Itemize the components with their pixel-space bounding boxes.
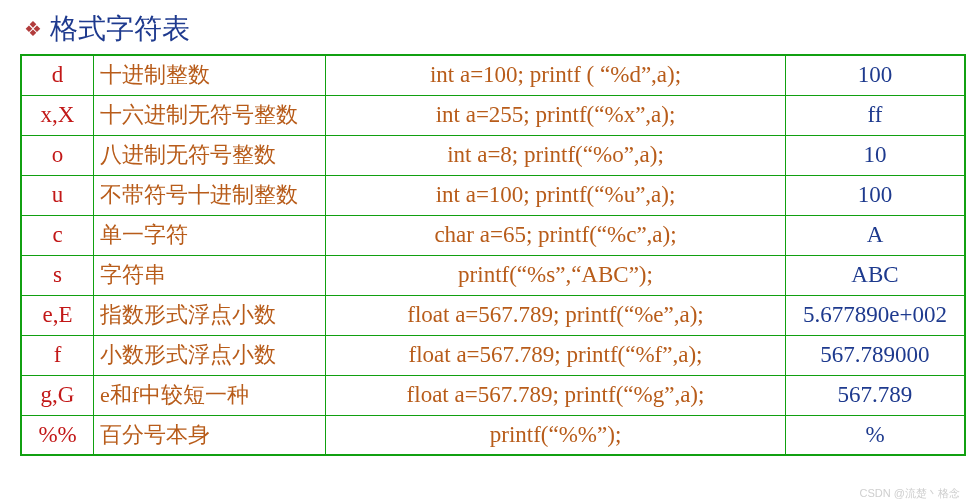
title-row: ❖ 格式字符表 <box>24 10 964 48</box>
format-spec: %% <box>21 415 94 455</box>
example-output: 567.789 <box>785 375 965 415</box>
example-code: int a=255; printf(“%x”,a); <box>326 95 786 135</box>
format-description: 十进制整数 <box>94 55 326 95</box>
table-row: o八进制无符号整数int a=8; printf(“%o”,a);10 <box>21 135 965 175</box>
format-description: 不带符号十进制整数 <box>94 175 326 215</box>
format-spec: g,G <box>21 375 94 415</box>
format-description: 小数形式浮点小数 <box>94 335 326 375</box>
format-description: 十六进制无符号整数 <box>94 95 326 135</box>
example-output: 100 <box>785 175 965 215</box>
format-description: 八进制无符号整数 <box>94 135 326 175</box>
example-code: float a=567.789; printf(“%e”,a); <box>326 295 786 335</box>
table-row: s字符串printf(“%s”,“ABC”);ABC <box>21 255 965 295</box>
format-spec: f <box>21 335 94 375</box>
bullet-icon: ❖ <box>24 17 42 41</box>
format-spec: x,X <box>21 95 94 135</box>
example-code: int a=100; printf(“%u”,a); <box>326 175 786 215</box>
example-code: printf(“%s”,“ABC”); <box>326 255 786 295</box>
example-code: int a=100; printf ( “%d”,a); <box>326 55 786 95</box>
format-description: e和f中较短一种 <box>94 375 326 415</box>
format-spec: o <box>21 135 94 175</box>
format-description: 字符串 <box>94 255 326 295</box>
example-output: 10 <box>785 135 965 175</box>
format-description: 百分号本身 <box>94 415 326 455</box>
table-row: %%百分号本身printf(“%%”);% <box>21 415 965 455</box>
table-row: f小数形式浮点小数float a=567.789; printf(“%f”,a)… <box>21 335 965 375</box>
format-description: 指数形式浮点小数 <box>94 295 326 335</box>
example-code: int a=8; printf(“%o”,a); <box>326 135 786 175</box>
example-output: 5.677890e+002 <box>785 295 965 335</box>
table-row: d十进制整数int a=100; printf ( “%d”,a);100 <box>21 55 965 95</box>
example-output: ABC <box>785 255 965 295</box>
format-table: d十进制整数int a=100; printf ( “%d”,a);100x,X… <box>20 54 966 456</box>
table-row: u不带符号十进制整数int a=100; printf(“%u”,a);100 <box>21 175 965 215</box>
format-spec: e,E <box>21 295 94 335</box>
example-code: printf(“%%”); <box>326 415 786 455</box>
table-row: c单一字符char a=65; printf(“%c”,a);A <box>21 215 965 255</box>
example-code: float a=567.789; printf(“%f”,a); <box>326 335 786 375</box>
example-output: % <box>785 415 965 455</box>
table-row: g,Ge和f中较短一种float a=567.789; printf(“%g”,… <box>21 375 965 415</box>
format-spec: s <box>21 255 94 295</box>
format-spec: u <box>21 175 94 215</box>
example-output: A <box>785 215 965 255</box>
example-output: ff <box>785 95 965 135</box>
format-description: 单一字符 <box>94 215 326 255</box>
table-row: e,E指数形式浮点小数float a=567.789; printf(“%e”,… <box>21 295 965 335</box>
example-output: 567.789000 <box>785 335 965 375</box>
example-output: 100 <box>785 55 965 95</box>
format-spec: c <box>21 215 94 255</box>
example-code: float a=567.789; printf(“%g”,a); <box>326 375 786 415</box>
table-row: x,X十六进制无符号整数int a=255; printf(“%x”,a);ff <box>21 95 965 135</box>
example-code: char a=65; printf(“%c”,a); <box>326 215 786 255</box>
page-title: 格式字符表 <box>50 10 190 48</box>
format-spec: d <box>21 55 94 95</box>
